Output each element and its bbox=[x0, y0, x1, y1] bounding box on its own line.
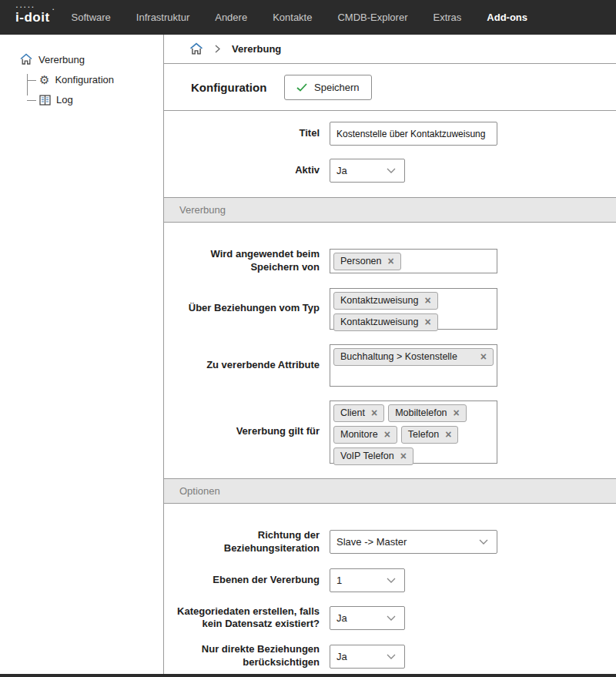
create-category-label: Kategoriedaten erstellen, falls kein Dat… bbox=[164, 605, 330, 632]
remove-tag-icon[interactable]: × bbox=[424, 295, 430, 306]
sidebar-item-konfiguration[interactable]: ⚙ Konfiguration bbox=[27, 74, 163, 85]
direct-only-row: Nur direkte Beziehungen berücksichtigen … bbox=[164, 643, 616, 677]
applies-to-tagbox[interactable]: Client × Mobiltelefon × Monitore × Telef… bbox=[330, 401, 497, 464]
top-navigation: i-doit Software Infrastruktur Andere Kon… bbox=[0, 0, 616, 35]
attributes-label: Zu vererbende Attribute bbox=[164, 359, 330, 372]
tag-kontaktzuweisung: Kontaktzuweisung × bbox=[333, 313, 438, 331]
main-menu: Software Infrastruktur Andere Kontakte C… bbox=[72, 12, 528, 23]
tag-mobiltelefon: Mobiltelefon × bbox=[388, 404, 467, 422]
page-header: Konfiguration Speichern bbox=[164, 64, 616, 111]
remove-tag-icon[interactable]: × bbox=[424, 317, 430, 327]
section-vererbung-label: Vererbung bbox=[179, 204, 226, 216]
relation-type-row: Über Beziehungen vom Typ Kontaktzuweisun… bbox=[164, 288, 616, 330]
levels-row: Ebenen der Vererbung 1 bbox=[164, 568, 616, 592]
relation-type-tagbox[interactable]: Kontaktzuweisung × Kontaktzuweisung × bbox=[330, 288, 497, 330]
sidebar-tree: Vererbung ⚙ Konfiguration bbox=[0, 35, 163, 106]
chevron-down-icon bbox=[387, 578, 396, 583]
breadcrumb-home-icon[interactable] bbox=[189, 42, 203, 55]
main-content: Vererbung Konfiguration Speichern Titel … bbox=[164, 35, 616, 674]
idoit-logo[interactable]: i-doit bbox=[15, 10, 50, 25]
applied-on-save-tagbox[interactable]: Personen × bbox=[330, 249, 497, 273]
applied-on-save-row: Wird angewendet beim Speichern von Perso… bbox=[164, 248, 616, 274]
direct-only-label: Nur direkte Beziehungen berücksichtigen bbox=[164, 643, 330, 669]
check-icon bbox=[296, 83, 307, 92]
section-vererbung: Vererbung bbox=[164, 197, 616, 223]
levels-label: Ebenen der Vererbung bbox=[164, 574, 330, 587]
nav-andere[interactable]: Andere bbox=[215, 12, 247, 23]
direction-row: Richtung der Beziehungsiteration Slave -… bbox=[164, 529, 616, 555]
attributes-row: Zu vererbende Attribute Buchhaltung > Ko… bbox=[164, 344, 616, 387]
nav-add-ons[interactable]: Add-ons bbox=[487, 12, 527, 23]
aktiv-label: Aktiv bbox=[164, 164, 330, 177]
tag-voip-telefon: VoIP Telefon × bbox=[333, 447, 413, 465]
nav-kontakte[interactable]: Kontakte bbox=[273, 12, 312, 23]
chevron-down-icon bbox=[387, 168, 396, 173]
sidebar-item-log[interactable]: Log bbox=[27, 94, 163, 106]
applied-on-save-label: Wird angewendet beim Speichern von bbox=[164, 248, 330, 274]
chevron-right-icon bbox=[215, 45, 220, 53]
direct-only-select-value: Ja bbox=[336, 651, 347, 662]
direction-select[interactable]: Slave -> Master bbox=[330, 530, 497, 554]
sidebar: Vererbung ⚙ Konfiguration bbox=[0, 35, 164, 674]
sidebar-item-label: Log bbox=[56, 94, 73, 106]
levels-select[interactable]: 1 bbox=[330, 568, 405, 592]
gear-icon: ⚙ bbox=[39, 74, 49, 85]
nav-cmdb-explorer[interactable]: CMDB-Explorer bbox=[337, 12, 407, 23]
direction-label: Richtung der Beziehungsiteration bbox=[164, 529, 330, 555]
remove-tag-icon[interactable]: × bbox=[400, 451, 407, 461]
nav-extras[interactable]: Extras bbox=[433, 12, 461, 23]
aktiv-row: Aktiv Ja bbox=[164, 159, 616, 197]
remove-tag-icon[interactable]: × bbox=[454, 407, 460, 418]
remove-tag-icon[interactable]: × bbox=[371, 407, 377, 418]
sidebar-item-label: Konfiguration bbox=[55, 74, 114, 85]
nav-infrastruktur[interactable]: Infrastruktur bbox=[136, 12, 189, 23]
create-category-row: Kategoriedaten erstellen, falls kein Dat… bbox=[164, 605, 616, 632]
create-category-select-value: Ja bbox=[336, 612, 347, 624]
sidebar-tree-children: ⚙ Konfiguration bbox=[27, 74, 163, 106]
relation-type-label: Über Beziehungen vom Typ bbox=[164, 302, 330, 315]
applies-to-row: Vererbung gilt für Client × Mobiltelefon… bbox=[164, 401, 616, 478]
section-optionen: Optionen bbox=[164, 478, 616, 504]
remove-tag-icon[interactable]: × bbox=[384, 429, 390, 440]
remove-tag-icon[interactable]: × bbox=[480, 351, 487, 362]
save-button[interactable]: Speichern bbox=[284, 75, 372, 100]
breadcrumb: Vererbung bbox=[164, 35, 616, 64]
aktiv-select-value: Ja bbox=[336, 165, 347, 176]
titel-row: Titel bbox=[164, 122, 616, 146]
section-optionen-label: Optionen bbox=[179, 485, 220, 497]
tag-client: Client × bbox=[333, 404, 384, 422]
aktiv-select[interactable]: Ja bbox=[330, 159, 405, 183]
tag-monitore: Monitore × bbox=[333, 426, 397, 444]
titel-label: Titel bbox=[164, 127, 330, 140]
remove-tag-icon[interactable]: × bbox=[388, 256, 394, 266]
applies-to-label: Vererbung gilt für bbox=[164, 425, 330, 438]
tag-personen: Personen × bbox=[333, 253, 401, 270]
sidebar-item-label: Vererbung bbox=[38, 54, 85, 65]
page-title: Konfiguration bbox=[191, 81, 284, 94]
tag-buchhaltung-kostenstelle: Buchhaltung > Kostenstelle × bbox=[333, 348, 494, 366]
attributes-tagbox[interactable]: Buchhaltung > Kostenstelle × bbox=[330, 344, 497, 387]
breadcrumb-current[interactable]: Vererbung bbox=[232, 43, 281, 55]
log-icon bbox=[39, 95, 51, 106]
chevron-down-icon bbox=[387, 615, 396, 621]
create-category-select[interactable]: Ja bbox=[330, 606, 405, 630]
save-button-label: Speichern bbox=[314, 82, 360, 93]
home-icon bbox=[20, 53, 32, 65]
direct-only-select[interactable]: Ja bbox=[330, 645, 405, 669]
remove-tag-icon[interactable]: × bbox=[445, 429, 451, 440]
chevron-down-icon bbox=[479, 539, 488, 545]
tag-kontaktzuweisung: Kontaktzuweisung × bbox=[333, 292, 438, 310]
titel-input[interactable] bbox=[330, 122, 497, 146]
levels-select-value: 1 bbox=[336, 575, 342, 586]
nav-software[interactable]: Software bbox=[72, 12, 111, 23]
direction-select-value: Slave -> Master bbox=[336, 536, 407, 548]
chevron-down-icon bbox=[387, 654, 396, 659]
sidebar-item-vererbung[interactable]: Vererbung bbox=[20, 53, 163, 65]
tag-telefon: Telefon × bbox=[401, 426, 459, 444]
